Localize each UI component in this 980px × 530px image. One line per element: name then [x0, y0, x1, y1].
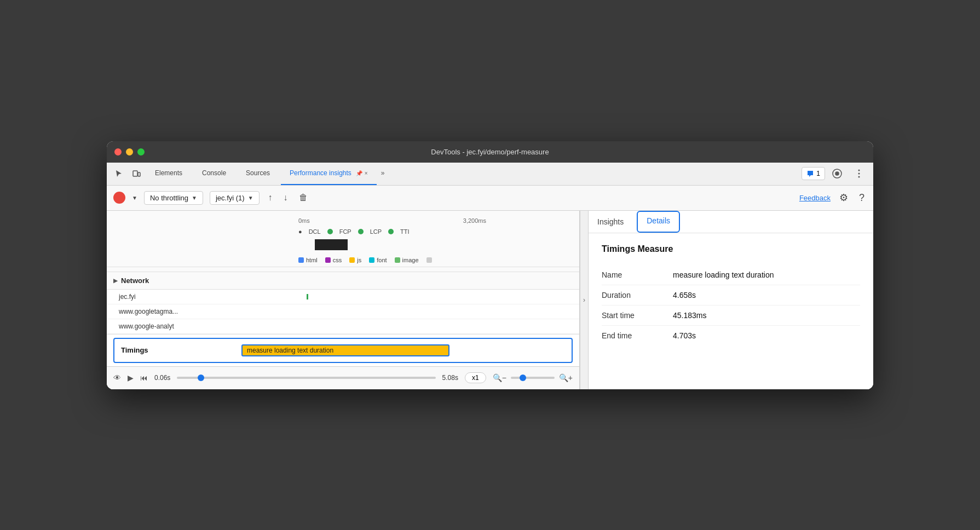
network-bar-0 — [307, 294, 308, 299]
zoom-controls: 🔍− 🔍+ — [493, 373, 573, 382]
time-slider[interactable] — [177, 377, 435, 379]
timings-section[interactable]: Timings measure loading text duration — [113, 338, 573, 363]
close-button[interactable] — [114, 148, 122, 155]
feedback-link[interactable]: Feedback — [799, 194, 831, 202]
table-row[interactable]: jec.fyi — [107, 290, 579, 304]
throttle-arrow-icon: ▼ — [192, 195, 197, 201]
table-row[interactable]: www.google-analyt — [107, 319, 579, 334]
timing-markers: ● DCL FCP LCP TTI — [107, 226, 579, 237]
zoom-out-icon[interactable]: 🔍− — [493, 373, 506, 382]
tab-console[interactable]: Console — [193, 162, 237, 185]
right-content: Timings Measure Name measure loading tex… — [589, 233, 873, 356]
detail-row: End time 4.703s — [602, 326, 860, 345]
chat-badge-button[interactable]: 1 — [802, 167, 825, 180]
tab-right-icons: 1 — [802, 166, 869, 181]
cursor-icon[interactable] — [111, 166, 126, 181]
tab-sources[interactable]: Sources — [237, 162, 281, 185]
svg-point-3 — [858, 170, 860, 171]
timeline-bar-area — [107, 237, 579, 254]
network-header[interactable]: ▶ Network — [107, 272, 579, 290]
timings-bar: measure loading text duration — [241, 344, 449, 356]
throttle-dropdown[interactable]: No throttling ▼ — [144, 191, 203, 205]
speed-button[interactable]: x1 — [465, 372, 486, 383]
table-row[interactable]: www.googletagma... — [107, 304, 579, 319]
svg-point-4 — [858, 173, 860, 175]
toolbar-gear-icon[interactable]: ⚙ — [837, 191, 850, 205]
minimize-button[interactable] — [126, 148, 133, 155]
toolbar: ▼ No throttling ▼ jec.fyi (1) ▼ ↑ ↓ 🗑 Fe… — [107, 186, 873, 211]
detail-row: Start time 45.183ms — [602, 306, 860, 326]
time-start-value: 0.06s — [154, 374, 170, 382]
device-icon[interactable] — [129, 166, 144, 181]
page-arrow-icon: ▼ — [248, 195, 253, 201]
tab-bar: Elements Console Sources Performance ins… — [107, 163, 873, 186]
upload-icon[interactable]: ↑ — [266, 192, 275, 204]
toolbar-help-icon[interactable]: ? — [857, 191, 867, 205]
time-ruler: 0ms 3,200ms — [107, 215, 579, 226]
time-slider-thumb — [198, 375, 204, 381]
main-content: 0ms 3,200ms ● DCL FCP LCP TTI — [107, 211, 873, 389]
tab-elements[interactable]: Elements — [146, 162, 193, 185]
legend-row: html css js font — [107, 254, 579, 267]
legend-css: css — [325, 257, 342, 263]
legend-more — [426, 257, 432, 263]
right-tabs: Insights Details — [589, 211, 873, 233]
timings-row: Timings measure loading text duration — [114, 339, 572, 362]
detail-row: Duration 4.658s — [602, 285, 860, 306]
bottom-bar: 👁 ▶ ⏮ 0.06s 5.08s x1 🔍− — [107, 366, 579, 389]
tab-insights[interactable]: Insights — [597, 211, 624, 233]
network-rows: jec.fyi www.googletagma... www.google-an… — [107, 290, 579, 334]
record-dropdown-arrow[interactable]: ▼ — [132, 195, 137, 201]
zoom-in-icon[interactable]: 🔍+ — [559, 373, 573, 382]
detail-row: Name measure loading text duration — [602, 265, 860, 285]
devtools-window: DevTools - jec.fyi/demo/perf-measure Ele… — [107, 141, 873, 389]
right-panel: Insights Details Timings Measure Name me… — [589, 211, 873, 389]
time-end-value: 5.08s — [442, 374, 458, 382]
zoom-slider[interactable] — [511, 377, 555, 379]
window-title: DevTools - jec.fyi/demo/perf-measure — [431, 148, 549, 156]
more-tabs-button[interactable]: » — [377, 162, 389, 185]
tab-performance-insights[interactable]: Performance insights 📌 × — [281, 162, 377, 185]
section-title: Timings Measure — [602, 244, 860, 254]
detail-table: Name measure loading text duration Durat… — [602, 265, 860, 345]
svg-point-2 — [836, 172, 839, 175]
record-button[interactable] — [113, 192, 125, 204]
traffic-lights — [114, 148, 145, 155]
skip-back-icon[interactable]: ⏮ — [140, 373, 148, 382]
eye-icon[interactable]: 👁 — [113, 373, 121, 382]
devtools-body: Elements Console Sources Performance ins… — [107, 163, 873, 389]
expand-icon: ▶ — [113, 278, 118, 284]
legend-html: html — [298, 257, 318, 263]
pin-icon: 📌 — [356, 170, 362, 176]
zoom-slider-thumb — [520, 375, 526, 381]
network-section: ▶ Network jec.fyi www.googletagma... www… — [107, 272, 579, 335]
title-bar: DevTools - jec.fyi/demo/perf-measure — [107, 141, 873, 163]
menu-icon[interactable] — [851, 166, 867, 181]
download-icon[interactable]: ↓ — [281, 192, 290, 204]
panel-toggle[interactable]: › — [580, 211, 589, 389]
settings-icon[interactable] — [829, 166, 845, 181]
timeline-bar — [315, 239, 348, 250]
maximize-button[interactable] — [137, 148, 145, 155]
legend-js: js — [349, 257, 361, 263]
tab-details[interactable]: Details — [637, 211, 680, 233]
page-dropdown[interactable]: jec.fyi (1) ▼ — [210, 191, 260, 205]
timeline-header: 0ms 3,200ms ● DCL FCP LCP TTI — [107, 211, 579, 272]
legend-font: font — [369, 257, 387, 263]
svg-rect-0 — [133, 171, 137, 176]
left-panel: 0ms 3,200ms ● DCL FCP LCP TTI — [107, 211, 580, 389]
svg-rect-1 — [138, 172, 140, 176]
tab-close-icon[interactable]: × — [365, 170, 368, 176]
legend-image: image — [395, 257, 419, 263]
play-icon[interactable]: ▶ — [128, 373, 134, 382]
delete-icon[interactable]: 🗑 — [297, 192, 310, 204]
svg-point-5 — [858, 176, 860, 178]
